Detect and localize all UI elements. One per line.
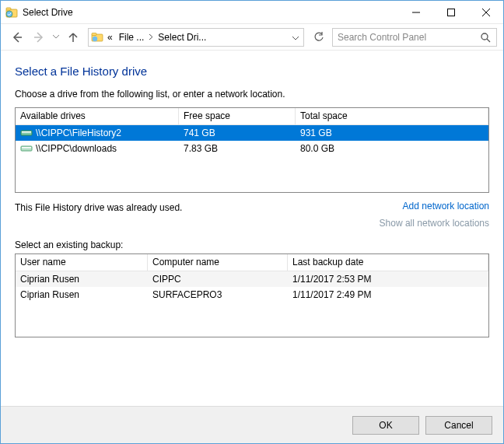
drive-total: 80.0 GB bbox=[296, 142, 488, 156]
backups-table: User name Computer name Last backup date… bbox=[15, 253, 489, 337]
address-dropdown-button[interactable] bbox=[289, 32, 302, 43]
col-user-name[interactable]: User name bbox=[16, 254, 148, 271]
navbar: « File ... Select Dri... bbox=[1, 24, 503, 51]
drives-table: Available drives Free space Total space … bbox=[15, 107, 489, 193]
col-free-space[interactable]: Free space bbox=[179, 108, 296, 124]
maximize-button[interactable] bbox=[433, 1, 468, 23]
svg-rect-16 bbox=[21, 146, 32, 151]
app-icon bbox=[5, 6, 18, 19]
drive-name: \\CIPPC\FileHistory2 bbox=[36, 128, 121, 138]
svg-rect-14 bbox=[21, 131, 32, 135]
backup-date: 1/11/2017 2:49 PM bbox=[288, 288, 488, 302]
search-input[interactable] bbox=[333, 32, 474, 43]
minimize-button[interactable] bbox=[398, 1, 433, 23]
svg-rect-4 bbox=[447, 9, 454, 16]
drive-icon bbox=[20, 143, 33, 154]
svg-rect-15 bbox=[22, 131, 31, 133]
svg-point-11 bbox=[93, 36, 97, 40]
svg-rect-17 bbox=[22, 147, 31, 149]
forward-button[interactable] bbox=[29, 27, 49, 47]
links: Add network location Show all network lo… bbox=[380, 201, 489, 229]
chevron-right-icon[interactable] bbox=[147, 32, 155, 43]
folder-icon bbox=[90, 31, 104, 44]
window: Select Drive bbox=[0, 0, 504, 444]
backup-user: Ciprian Rusen bbox=[16, 288, 148, 302]
drive-free: 741 GB bbox=[179, 126, 296, 140]
table-row[interactable]: \\CIPPC\FileHistory2 741 GB 931 GB bbox=[16, 125, 488, 141]
up-button[interactable] bbox=[63, 27, 83, 47]
drives-table-header: Available drives Free space Total space bbox=[16, 108, 488, 125]
col-computer-name[interactable]: Computer name bbox=[148, 254, 288, 271]
breadcrumb-part1[interactable]: File ... bbox=[116, 32, 148, 43]
status-message: This File History drive was already used… bbox=[15, 201, 380, 213]
table-row[interactable]: Ciprian Rusen SURFACEPRO3 1/11/2017 2:49… bbox=[16, 287, 488, 302]
drive-free: 7.83 GB bbox=[179, 142, 296, 156]
search-icon[interactable] bbox=[474, 32, 496, 43]
col-last-backup[interactable]: Last backup date bbox=[288, 254, 488, 271]
status-row: This File History drive was already used… bbox=[15, 201, 489, 229]
content-area: Select a File History drive Choose a dri… bbox=[1, 51, 503, 406]
svg-rect-10 bbox=[92, 33, 96, 35]
titlebar: Select Drive bbox=[1, 1, 503, 24]
drive-icon bbox=[20, 128, 33, 138]
refresh-button[interactable] bbox=[309, 28, 327, 47]
backup-computer: CIPPC bbox=[148, 272, 288, 286]
breadcrumb-prefix[interactable]: « bbox=[104, 32, 116, 43]
table-row[interactable]: Ciprian Rusen CIPPC 1/11/2017 2:53 PM bbox=[16, 271, 488, 287]
instruction-text: Choose a drive from the following list, … bbox=[15, 89, 489, 100]
show-all-network-locations-link[interactable]: Show all network locations bbox=[380, 218, 489, 229]
backup-user: Ciprian Rusen bbox=[16, 272, 148, 286]
button-bar: OK Cancel bbox=[1, 406, 503, 443]
backup-computer: SURFACEPRO3 bbox=[148, 288, 288, 302]
window-title: Select Drive bbox=[23, 7, 73, 18]
svg-point-12 bbox=[481, 33, 488, 40]
ok-button[interactable]: OK bbox=[352, 416, 419, 435]
recent-dropdown-button[interactable] bbox=[51, 27, 61, 47]
cancel-button[interactable]: Cancel bbox=[425, 416, 492, 435]
col-available-drives[interactable]: Available drives bbox=[16, 108, 179, 124]
backup-date: 1/11/2017 2:53 PM bbox=[288, 272, 488, 286]
back-button[interactable] bbox=[7, 27, 27, 47]
svg-line-13 bbox=[487, 39, 490, 42]
drive-total: 931 GB bbox=[296, 126, 488, 140]
col-total-space[interactable]: Total space bbox=[296, 108, 488, 124]
window-controls bbox=[398, 1, 503, 23]
breadcrumb-part2[interactable]: Select Dri... bbox=[155, 32, 209, 43]
page-title: Select a File History drive bbox=[15, 65, 489, 78]
svg-rect-1 bbox=[6, 8, 11, 10]
close-button[interactable] bbox=[468, 1, 503, 23]
address-bar[interactable]: « File ... Select Dri... bbox=[88, 28, 304, 47]
backups-table-header: User name Computer name Last backup date bbox=[16, 254, 488, 271]
svg-point-2 bbox=[6, 11, 12, 17]
drive-name: \\CIPPC\downloads bbox=[36, 143, 117, 154]
add-network-location-link[interactable]: Add network location bbox=[403, 201, 489, 212]
backups-label: Select an existing backup: bbox=[15, 239, 489, 250]
table-row[interactable]: \\CIPPC\downloads 7.83 GB 80.0 GB bbox=[16, 141, 488, 156]
search-box[interactable] bbox=[332, 28, 497, 47]
